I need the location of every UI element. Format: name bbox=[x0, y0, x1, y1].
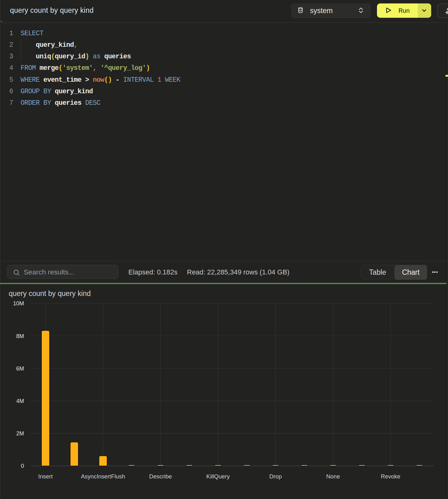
svg-text:10M: 10M bbox=[13, 300, 24, 307]
svg-text:Revoke: Revoke bbox=[381, 473, 400, 480]
svg-text:0: 0 bbox=[21, 463, 24, 469]
svg-text:2M: 2M bbox=[16, 430, 24, 437]
svg-text:Drop: Drop bbox=[269, 473, 282, 480]
svg-text:8M: 8M bbox=[16, 333, 24, 339]
svg-text:None: None bbox=[326, 473, 340, 480]
svg-text:Describe: Describe bbox=[149, 473, 172, 480]
svg-text:6M: 6M bbox=[16, 366, 24, 372]
svg-text:AsyncInsertFlush: AsyncInsertFlush bbox=[81, 473, 125, 480]
svg-text:Insert: Insert bbox=[38, 473, 53, 480]
svg-text:4M: 4M bbox=[16, 398, 24, 404]
svg-text:KillQuery: KillQuery bbox=[206, 473, 230, 480]
